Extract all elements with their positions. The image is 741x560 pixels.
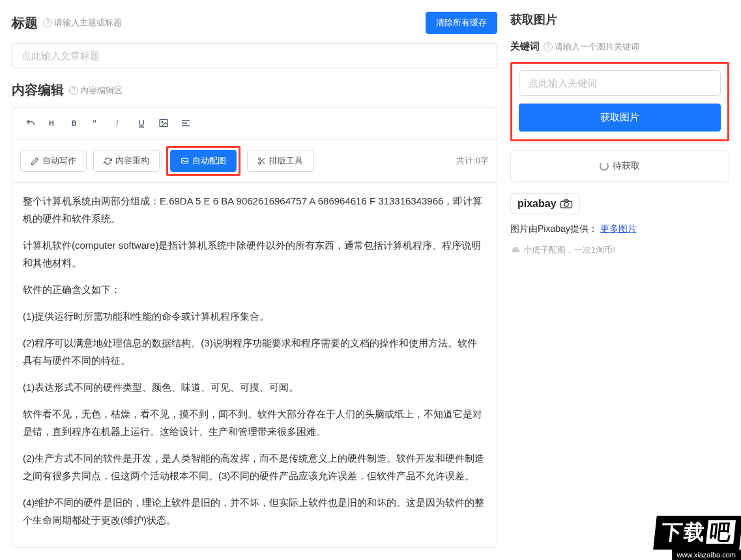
svg-point-5 — [162, 122, 163, 123]
editor-box: H B “ I 自动写作 内容重构 — [12, 107, 497, 548]
content-paragraph: 整个计算机系统由两部分组成：E.69DA 5 E 6 BA 9062616964… — [23, 192, 486, 227]
camera-icon — [560, 199, 573, 208]
heading-icon[interactable]: H — [42, 113, 63, 133]
cloud-icon — [510, 246, 520, 254]
italic-icon[interactable]: I — [109, 113, 130, 133]
svg-text:H: H — [49, 119, 54, 127]
keyword-hint: 请输入一个图片关键词 — [555, 41, 639, 53]
title-label: 标题 — [12, 14, 38, 32]
svg-text:I: I — [116, 119, 118, 127]
keyword-label: 关键词 — [510, 40, 540, 53]
content-paragraph: 软件看不见，无色，枯燥，看不见，摸不到，闻不到。软件大部分存在于人们的头脑或纸上… — [23, 405, 486, 440]
content-paragraph: (2)程序可以满意地处理信息的数据结构。(3)说明程序功能要求和程序需要的文档的… — [23, 334, 486, 369]
title-hint: ? 请输入主题或标题 — [43, 17, 122, 29]
content-paragraph: (2)生产方式不同的软件是开发，是人类智能的高发挥，而不是传统意义上的硬件制造。… — [23, 449, 486, 484]
align-left-icon[interactable] — [175, 113, 196, 133]
undo-icon[interactable] — [20, 113, 41, 133]
image-icon[interactable] — [153, 113, 174, 133]
content-area[interactable]: 整个计算机系统由两部分组成：E.69DA 5 E 6 BA 9062616964… — [12, 183, 497, 547]
bold-icon[interactable]: B — [65, 113, 85, 133]
underline-icon[interactable] — [131, 113, 152, 133]
editor-header: 内容编辑 ? 内容编辑区 — [12, 81, 497, 99]
info-icon: ? — [43, 18, 52, 27]
editor-label: 内容编辑 — [12, 81, 64, 99]
fetch-image-button[interactable]: 获取图片 — [519, 104, 721, 132]
keyword-highlight-box: 获取图片 — [510, 62, 729, 141]
content-paragraph: (4)维护不同的硬件是旧的，理论上软件是旧的，并不坏，但实际上软件也是旧的和坏的… — [23, 494, 486, 529]
clear-cache-button[interactable]: 清除所有缓存 — [426, 12, 497, 34]
picture-icon — [181, 157, 189, 165]
toolbar: H B “ I — [12, 107, 497, 139]
info-icon: ? — [69, 86, 78, 95]
content-paragraph: (1)提供运行时所需功能和性能的命令或计算机程序集合。 — [23, 307, 486, 325]
char-count: 共计:0字 — [456, 155, 489, 167]
main-column: 标题 ? 请输入主题或标题 清除所有缓存 内容编辑 ? 内容编辑区 H — [12, 12, 497, 548]
spinner-icon — [600, 161, 609, 171]
sidebar-title: 获取图片 — [510, 12, 729, 27]
footer-note: 小虎子配图，一次1淘币! — [510, 244, 729, 256]
content-rebuild-button[interactable]: 内容重构 — [93, 150, 160, 172]
svg-point-10 — [564, 203, 568, 206]
keyword-header: 关键词 ? 请输入一个图片关键词 — [510, 40, 729, 53]
pending-status: 待获取 — [510, 150, 729, 182]
keyword-input[interactable] — [519, 70, 721, 96]
quote-icon[interactable]: “ — [87, 113, 108, 133]
auto-write-button[interactable]: 自动写作 — [20, 150, 87, 172]
info-icon: ? — [544, 42, 553, 51]
scissors-icon — [257, 157, 266, 165]
auto-image-highlight: 自动配图 — [166, 146, 240, 176]
pencil-icon — [31, 157, 39, 165]
svg-text:“: “ — [93, 119, 96, 128]
article-title-input[interactable] — [12, 43, 497, 68]
watermark: 下载吧 www.xiazaiba.com — [655, 516, 741, 560]
sidebar: 获取图片 关键词 ? 请输入一个图片关键词 获取图片 待获取 pixabay 图… — [510, 12, 729, 548]
more-images-link[interactable]: 更多图片 — [600, 223, 637, 234]
auto-image-button[interactable]: 自动配图 — [170, 150, 237, 172]
refresh-icon — [104, 157, 112, 165]
content-paragraph: (1)表达形式不同的硬件类型、颜色、味道、可见、可摸、可闻。 — [23, 378, 486, 396]
layout-tool-button[interactable]: 排版工具 — [247, 150, 313, 172]
content-paragraph: 软件的正确含义如下： — [23, 281, 486, 298]
svg-text:B: B — [72, 119, 77, 127]
action-row: 自动写作 内容重构 自动配图 排版工具 共计:0字 — [12, 139, 497, 183]
editor-hint: ? 内容编辑区 — [69, 85, 123, 96]
content-paragraph: 计算机软件(computer software)是指计算机系统中除硬件以外的所有… — [23, 236, 486, 272]
credit-line: 图片由Pixabay提供： 更多图片 — [510, 223, 729, 235]
pixabay-logo: pixabay — [510, 193, 580, 214]
title-header: 标题 ? 请输入主题或标题 清除所有缓存 — [12, 12, 497, 34]
